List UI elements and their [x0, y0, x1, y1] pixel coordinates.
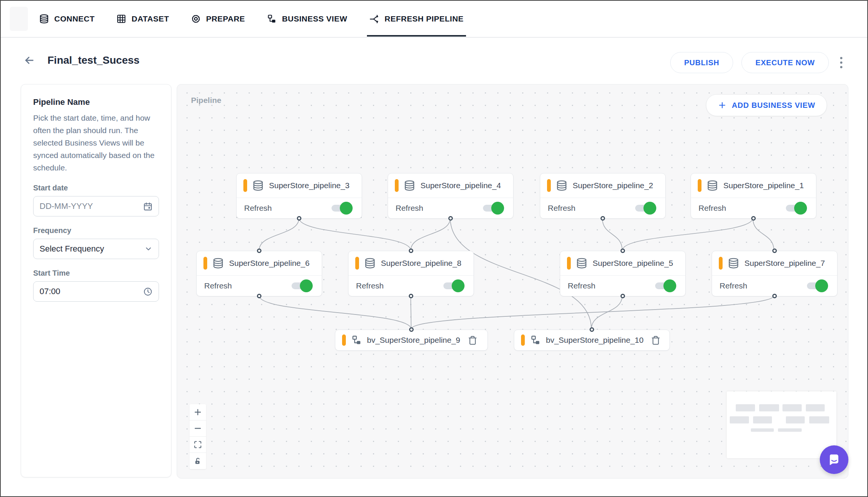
pipeline-canvas[interactable]: Pipeline ADD BUSINESS VIEW SuperStore_pi… [177, 84, 848, 479]
zoom-in-button[interactable] [189, 404, 206, 420]
refresh-toggle[interactable] [635, 205, 655, 212]
database-icon [576, 258, 587, 269]
page-title: Final_test_Sucess [47, 54, 139, 66]
node-label: SuperStore_pipeline_7 [744, 259, 825, 268]
node-superstore-pipeline-4[interactable]: SuperStore_pipeline_4 Refresh [388, 173, 513, 219]
tab-business-view-label: BUSINESS VIEW [282, 14, 347, 23]
fit-view-button[interactable] [189, 437, 206, 453]
canvas-minimap[interactable] [727, 391, 836, 458]
canvas-label: Pipeline [191, 96, 222, 105]
refresh-label: Refresh [720, 281, 747, 290]
node-status-bar [342, 334, 346, 346]
lock-open-icon [194, 457, 202, 465]
tab-connect[interactable]: CONNECT [39, 1, 95, 37]
start-time-value: 07:00 [40, 287, 60, 296]
title-row: Final_test_Sucess [22, 53, 139, 68]
node-label: SuperStore_pipeline_2 [573, 181, 653, 190]
add-business-view-label: ADD BUSINESS VIEW [732, 101, 815, 110]
minus-icon [193, 424, 202, 433]
node-status-bar [567, 257, 571, 270]
back-button[interactable] [22, 53, 37, 68]
refresh-toggle[interactable] [292, 282, 311, 289]
node-label: SuperStore_pipeline_3 [269, 181, 350, 190]
trash-icon [651, 336, 660, 345]
database-icon [707, 180, 718, 191]
more-options-button[interactable] [837, 54, 845, 71]
node-label: SuperStore_pipeline_4 [420, 181, 501, 190]
refresh-toggle[interactable] [786, 205, 805, 212]
start-time-label: Start Time [33, 269, 159, 278]
node-bv-superstore-pipeline-10[interactable]: bv_SuperStore_pipeline_10 [514, 330, 670, 351]
node-superstore-pipeline-3[interactable]: SuperStore_pipeline_3 Refresh [236, 173, 362, 219]
refresh-label: Refresh [548, 204, 576, 213]
database-icon [404, 180, 415, 191]
branch-icon [369, 14, 379, 24]
start-time-input[interactable]: 07:00 [33, 281, 159, 302]
tab-prepare[interactable]: PREPARE [191, 1, 245, 37]
panel-heading: Pipeline Name [33, 97, 159, 107]
refresh-toggle[interactable] [443, 282, 463, 289]
gear-icon [191, 14, 201, 24]
start-date-label: Start date [33, 184, 159, 192]
refresh-toggle[interactable] [483, 205, 503, 212]
chat-launcher-button[interactable] [820, 445, 848, 474]
publish-button[interactable]: PUBLISH [670, 52, 733, 73]
database-icon [556, 180, 567, 191]
node-status-bar [521, 334, 525, 346]
business-view-icon [351, 335, 362, 345]
top-nav: CONNECT DATASET PREPARE BUSINESS VIEW RE… [1, 1, 867, 38]
chevron-down-icon [144, 245, 153, 253]
frequency-value: Select Frequency [40, 244, 104, 254]
database-icon [252, 180, 264, 191]
refresh-toggle[interactable] [655, 282, 675, 289]
node-label: SuperStore_pipeline_1 [723, 181, 804, 190]
node-label: bv_SuperStore_pipeline_10 [546, 336, 643, 345]
node-status-bar [355, 257, 359, 270]
frequency-select[interactable]: Select Frequency [33, 239, 159, 259]
start-date-placeholder: DD-MM-YYYY [40, 201, 93, 211]
back-arrow-icon [23, 54, 35, 66]
logo-placeholder [10, 7, 28, 31]
refresh-toggle[interactable] [332, 205, 351, 212]
tab-refresh-pipeline-label: REFRESH PIPELINE [385, 14, 464, 23]
node-superstore-pipeline-2[interactable]: SuperStore_pipeline_2 Refresh [540, 173, 666, 219]
node-superstore-pipeline-6[interactable]: SuperStore_pipeline_6 Refresh [196, 251, 322, 296]
node-superstore-pipeline-5[interactable]: SuperStore_pipeline_5 Refresh [560, 251, 686, 296]
add-business-view-button[interactable]: ADD BUSINESS VIEW [706, 94, 827, 116]
app-window: CONNECT DATASET PREPARE BUSINESS VIEW RE… [0, 0, 868, 497]
refresh-label: Refresh [568, 281, 596, 290]
tab-dataset[interactable]: DATASET [116, 1, 169, 37]
delete-node-button[interactable] [651, 336, 660, 345]
fit-view-icon [194, 440, 202, 449]
node-status-bar [203, 257, 207, 270]
refresh-label: Refresh [244, 204, 272, 213]
lock-button[interactable] [189, 453, 206, 469]
refresh-label: Refresh [396, 204, 423, 213]
node-status-bar [243, 179, 247, 192]
business-view-icon [267, 14, 277, 24]
delete-node-button[interactable] [468, 336, 477, 345]
node-superstore-pipeline-1[interactable]: SuperStore_pipeline_1 Refresh [691, 173, 816, 219]
tab-business-view[interactable]: BUSINESS VIEW [267, 1, 347, 37]
frequency-label: Frequency [33, 226, 159, 235]
calendar-icon [143, 202, 153, 211]
trash-icon [468, 336, 477, 345]
tab-dataset-label: DATASET [131, 14, 169, 23]
database-icon [39, 14, 49, 24]
plus-icon [718, 101, 727, 110]
node-superstore-pipeline-7[interactable]: SuperStore_pipeline_7 Refresh [712, 251, 837, 296]
start-date-input[interactable]: DD-MM-YYYY [33, 196, 159, 216]
tab-prepare-label: PREPARE [206, 14, 245, 23]
header-actions: PUBLISH EXECUTE NOW [670, 52, 845, 73]
tab-refresh-pipeline[interactable]: REFRESH PIPELINE [369, 1, 464, 37]
node-label: SuperStore_pipeline_5 [593, 259, 673, 268]
refresh-label: Refresh [698, 204, 726, 213]
refresh-toggle[interactable] [807, 282, 827, 289]
node-label: SuperStore_pipeline_8 [381, 259, 462, 268]
execute-now-button[interactable]: EXECUTE NOW [741, 52, 829, 73]
node-bv-superstore-pipeline-9[interactable]: bv_SuperStore_pipeline_9 [335, 330, 488, 351]
zoom-out-button[interactable] [189, 420, 206, 437]
node-label: bv_SuperStore_pipeline_9 [367, 336, 460, 345]
node-label: SuperStore_pipeline_6 [229, 259, 310, 268]
node-superstore-pipeline-8[interactable]: SuperStore_pipeline_8 Refresh [348, 251, 474, 296]
